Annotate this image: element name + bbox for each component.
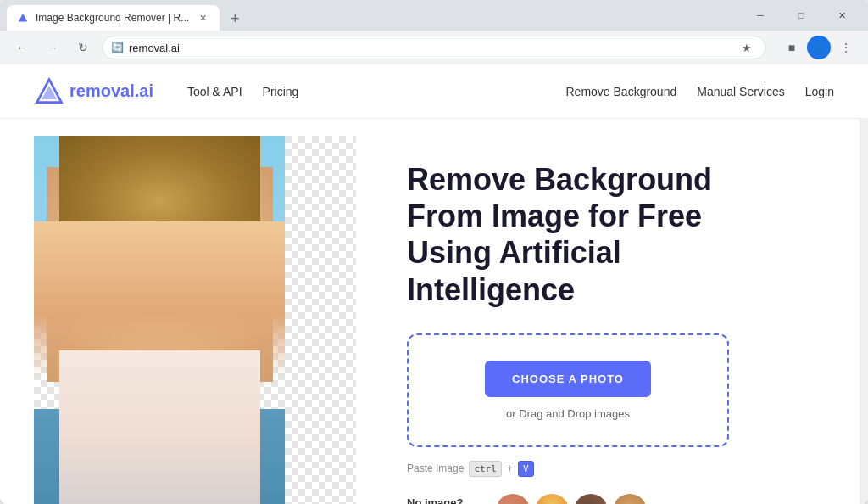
back-button[interactable]: ← — [10, 36, 34, 59]
window-controls: ─ □ ✕ — [741, 0, 861, 31]
url-text: removal.ai — [129, 42, 732, 54]
hero-image-container — [34, 136, 364, 504]
nav-link-remove-bg[interactable]: Remove Background — [565, 85, 676, 98]
address-actions: ★ — [737, 37, 757, 58]
navbar: removal.ai Tool & API Pricing Remove Bac… — [0, 64, 868, 119]
minimize-button[interactable]: ─ — [741, 0, 780, 31]
bookmark-button[interactable]: ★ — [737, 37, 757, 58]
forward-button[interactable]: → — [41, 36, 64, 59]
choose-photo-button[interactable]: CHOOSE A PHOTO — [485, 361, 651, 397]
sample-image-1[interactable] — [496, 494, 530, 504]
maximize-button[interactable]: □ — [782, 0, 821, 31]
browser-controls: ← → ↻ 🔄 removal.ai ★ ■ 👤 ⋮ — [0, 31, 868, 64]
nav-link-pricing[interactable]: Pricing — [263, 85, 299, 98]
nav-link-manual-services[interactable]: Manual Services — [697, 85, 785, 98]
logo[interactable]: removal.ai — [34, 76, 153, 107]
sample-text: No image? Try one of these — [407, 496, 486, 504]
upload-drop-zone[interactable]: CHOOSE A PHOTO or Drag and Drop images — [407, 333, 729, 447]
svg-marker-0 — [19, 14, 28, 22]
nav-links-left: Tool & API Pricing — [187, 85, 298, 98]
subject-photo — [34, 136, 285, 504]
sample-image-4[interactable] — [613, 494, 647, 504]
scrollbar[interactable] — [860, 64, 868, 504]
browser-tabs: Image Background Remover | R... ✕ + — [7, 0, 247, 31]
tab-title: Image Background Remover | R... — [36, 12, 189, 24]
hero-image — [34, 136, 356, 504]
browser-actions: ■ 👤 ⋮ — [780, 36, 858, 59]
menu-button[interactable]: ⋮ — [834, 36, 858, 59]
new-tab-button[interactable]: + — [223, 7, 247, 31]
paste-image-row: Paste Image ctrl + V — [407, 461, 834, 477]
main-content: Remove Background From Image for Free Us… — [0, 119, 868, 504]
close-button[interactable]: ✕ — [822, 0, 861, 31]
profile-button[interactable]: 👤 — [807, 36, 831, 59]
nav-link-login[interactable]: Login — [805, 85, 834, 98]
right-panel: Remove Background From Image for Free Us… — [364, 127, 834, 504]
sample-row: No image? Try one of these — [407, 494, 834, 504]
secure-icon: 🔄 — [111, 42, 124, 53]
extensions-button[interactable]: ■ — [780, 36, 804, 59]
paste-image-label: Paste Image — [407, 462, 464, 474]
browser-titlebar: Image Background Remover | R... ✕ + ─ □ … — [0, 0, 868, 31]
address-bar[interactable]: 🔄 removal.ai ★ — [102, 36, 766, 59]
sample-image-3[interactable] — [574, 494, 608, 504]
v-key: V — [518, 461, 534, 477]
ctrl-key: ctrl — [469, 461, 502, 477]
page-content: removal.ai Tool & API Pricing Remove Bac… — [0, 64, 868, 504]
refresh-button[interactable]: ↻ — [71, 36, 95, 59]
logo-text: removal.ai — [70, 81, 153, 101]
sample-image-2[interactable] — [535, 494, 569, 504]
nav-link-tool-api[interactable]: Tool & API — [187, 85, 242, 98]
shirt-area — [59, 350, 260, 504]
no-image-line1: No image? — [407, 496, 486, 504]
plus-sign: + — [507, 462, 513, 474]
active-tab[interactable]: Image Background Remover | R... ✕ — [7, 5, 220, 31]
tab-close-button[interactable]: ✕ — [196, 11, 209, 25]
nav-links-right: Remove Background Manual Services Login — [565, 85, 834, 98]
tab-favicon — [17, 12, 29, 24]
browser-window: Image Background Remover | R... ✕ + ─ □ … — [0, 0, 868, 504]
sample-images — [496, 494, 647, 504]
hero-title: Remove Background From Image for Free Us… — [407, 161, 746, 308]
drag-drop-text: or Drag and Drop images — [434, 407, 702, 420]
